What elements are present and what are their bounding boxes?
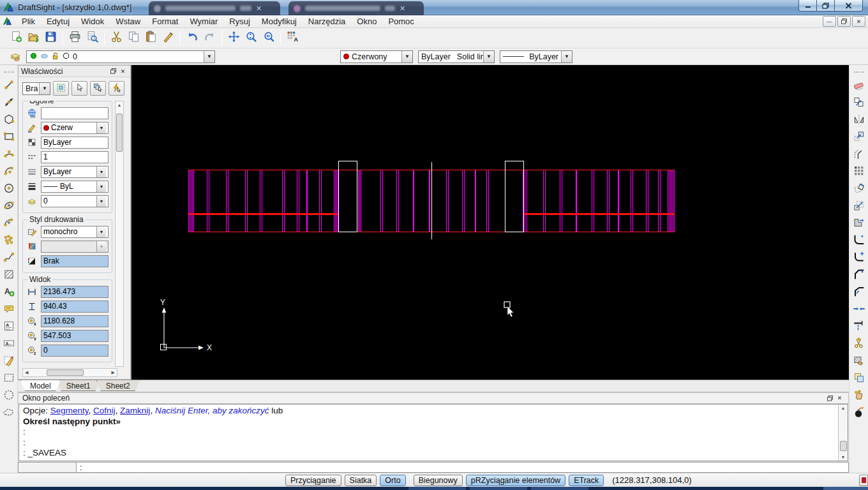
multiple-points-button[interactable] bbox=[1, 234, 17, 248]
zoom-dynamic-button[interactable] bbox=[243, 30, 260, 47]
color-combobox[interactable]: Czerwony ▼ bbox=[340, 50, 413, 63]
scroll-up-arrow-icon[interactable]: ▲ bbox=[841, 406, 846, 410]
print-preview-button[interactable] bbox=[84, 30, 101, 47]
command-vertical-scrollbar[interactable]: ▲ ▼ bbox=[838, 405, 848, 461]
property-value-field[interactable]: 940.43 bbox=[41, 301, 108, 313]
toggle-orto[interactable]: Orto bbox=[380, 475, 405, 486]
toggle-biegunowy[interactable]: Biegunowy bbox=[414, 475, 463, 486]
menu-okno[interactable]: Okno bbox=[351, 15, 382, 27]
command-close-button[interactable]: ✕ bbox=[835, 394, 844, 403]
scrollbar-thumb[interactable] bbox=[47, 369, 84, 376]
windows-taskbar-edge[interactable] bbox=[0, 487, 868, 490]
quick-select-button[interactable] bbox=[108, 81, 124, 96]
simple-note-button[interactable]: A bbox=[1, 338, 17, 352]
select-entities-button[interactable] bbox=[90, 81, 106, 96]
scroll-left-arrow-icon[interactable]: ◀ bbox=[23, 370, 30, 375]
move-entity-button[interactable] bbox=[851, 131, 867, 145]
new-file-button[interactable] bbox=[8, 30, 25, 47]
menu-rysuj[interactable]: Rysuj bbox=[223, 15, 256, 27]
mdi-close-button[interactable]: ✕ bbox=[852, 16, 865, 27]
elliptical-arc-button[interactable] bbox=[1, 217, 17, 231]
mirror-button[interactable] bbox=[851, 114, 867, 128]
property-value-field[interactable]: 1 bbox=[41, 151, 108, 163]
property-value-field[interactable]: ByL▼ bbox=[41, 181, 108, 193]
layer-combobox[interactable]: 0 ▼ bbox=[26, 50, 215, 63]
region-circle-button[interactable] bbox=[1, 389, 17, 403]
toolbar-grip[interactable] bbox=[4, 71, 14, 74]
polygon-button[interactable] bbox=[1, 114, 17, 128]
toggle-przyciąganie-elementów[interactable]: pRZyciąganie elementów bbox=[466, 475, 565, 486]
spline-button[interactable] bbox=[1, 251, 17, 265]
command-option-link[interactable]: Segmenty bbox=[50, 406, 89, 415]
menu-pomoc[interactable]: Pomoc bbox=[382, 15, 419, 27]
property-value-field[interactable]: Brak bbox=[41, 255, 108, 267]
menu-format[interactable]: Format bbox=[146, 15, 184, 27]
command-float-button[interactable] bbox=[825, 394, 835, 403]
scale-button[interactable] bbox=[851, 200, 867, 214]
toggle-siatka[interactable]: Siatka bbox=[345, 475, 377, 486]
property-value-field[interactable]: ByLayer▼ bbox=[41, 166, 108, 178]
dropdown-arrow-icon[interactable]: ▼ bbox=[96, 167, 106, 177]
dropdown-arrow-icon[interactable]: ▼ bbox=[96, 181, 106, 192]
scroll-up-arrow-icon[interactable]: ▲ bbox=[117, 101, 122, 108]
sheet-tab-sheet1[interactable]: Sheet1 bbox=[57, 380, 100, 391]
menu-wstaw[interactable]: Wstaw bbox=[110, 15, 146, 27]
property-value-field[interactable]: ByLayer bbox=[41, 137, 108, 149]
linestyle-combobox[interactable]: ByLayer ▼ bbox=[500, 50, 572, 63]
fillet-radius-button[interactable] bbox=[851, 251, 867, 265]
fillet-button[interactable] bbox=[851, 234, 867, 248]
drawing-canvas[interactable]: YX bbox=[131, 65, 849, 380]
property-value-field[interactable] bbox=[41, 107, 108, 119]
toggle-etrack[interactable]: ETrack bbox=[569, 475, 604, 486]
open-file-button[interactable] bbox=[25, 30, 42, 47]
hatch-button[interactable] bbox=[1, 269, 17, 283]
menu-wymiar[interactable]: Wymiar bbox=[184, 15, 223, 27]
command-history[interactable]: Opcje: Segmenty, Cofnij, Zamknij, Naciśn… bbox=[19, 405, 838, 461]
stretch-button[interactable] bbox=[851, 217, 867, 231]
overlap-button[interactable] bbox=[851, 372, 867, 386]
chamfer-angle-button[interactable] bbox=[851, 286, 867, 300]
entity-grips-button[interactable] bbox=[851, 389, 867, 403]
dropdown-arrow-icon[interactable]: ▼ bbox=[39, 83, 50, 94]
save-file-button[interactable] bbox=[42, 30, 59, 47]
scroll-right-arrow-icon[interactable]: ▶ bbox=[110, 370, 117, 375]
scrollbar-thumb[interactable] bbox=[840, 441, 847, 451]
paste-button[interactable] bbox=[142, 30, 160, 47]
region-cloud-button[interactable] bbox=[1, 406, 17, 420]
menu-narzędzia[interactable]: Narzędzia bbox=[303, 15, 352, 27]
minimize-button[interactable] bbox=[798, 0, 817, 11]
lineweight-combobox[interactable]: ByLayer Solid line ▼ bbox=[418, 50, 495, 63]
ellipse-button[interactable] bbox=[1, 200, 17, 214]
layer-manager-button[interactable] bbox=[6, 48, 24, 65]
infinite-line-button[interactable] bbox=[1, 96, 17, 110]
panel-close-button[interactable]: ✕ bbox=[118, 67, 128, 75]
converge-button[interactable] bbox=[851, 303, 867, 317]
menu-plik[interactable]: Plik bbox=[16, 15, 41, 27]
dropdown-arrow-icon[interactable]: ▼ bbox=[561, 51, 572, 63]
menu-edytuj[interactable]: Edytuj bbox=[41, 15, 75, 27]
dropdown-arrow-icon[interactable]: ▼ bbox=[96, 241, 106, 252]
insert-annotation-button[interactable]: A bbox=[1, 286, 17, 300]
property-value-field[interactable]: 547.503 bbox=[41, 330, 108, 342]
copy-entity-button[interactable] bbox=[851, 96, 867, 110]
sheet-tab-sheet2[interactable]: Sheet2 bbox=[96, 380, 140, 391]
command-option-link[interactable]: Zamknij bbox=[120, 406, 150, 415]
properties-vertical-scrollbar[interactable]: ▲ bbox=[115, 101, 124, 367]
undo-button[interactable] bbox=[184, 30, 201, 47]
select-region-button[interactable] bbox=[53, 81, 69, 96]
dropdown-arrow-icon[interactable]: ▼ bbox=[204, 51, 214, 63]
zoom-previous-button[interactable] bbox=[260, 30, 277, 47]
sheet-tab-model[interactable]: Model bbox=[20, 380, 61, 391]
property-value-field[interactable]: 0 bbox=[41, 345, 108, 357]
command-option-link[interactable]: Cofnij bbox=[93, 406, 116, 415]
command-input[interactable]: : bbox=[77, 462, 849, 473]
toggle-przyciąganie[interactable]: Przyciąganie bbox=[285, 475, 341, 486]
explode-button[interactable] bbox=[851, 406, 867, 420]
scroll-down-arrow-icon[interactable]: ▼ bbox=[841, 455, 846, 459]
selection-combobox[interactable]: Bra ▼ bbox=[22, 82, 50, 95]
circle-button[interactable] bbox=[1, 182, 17, 197]
scrollbar-thumb[interactable] bbox=[116, 114, 123, 152]
redo-button[interactable] bbox=[201, 30, 218, 47]
split-button[interactable] bbox=[851, 338, 867, 352]
trim-length-button[interactable] bbox=[851, 320, 867, 334]
